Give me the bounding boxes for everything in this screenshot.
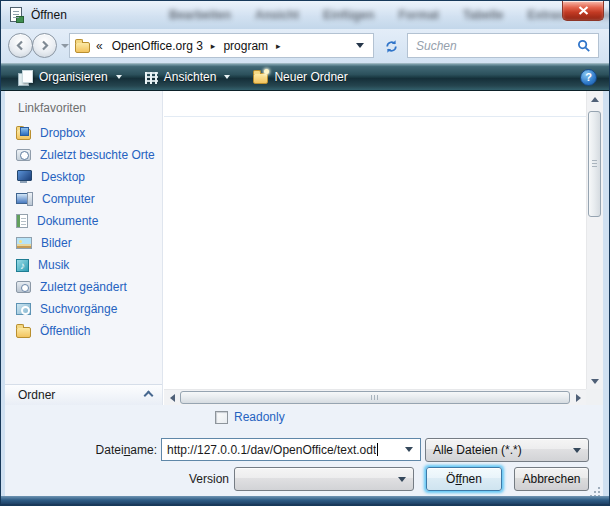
sidebar-item-label: Musik <box>38 258 69 272</box>
filetype-combobox[interactable]: Alle Dateien (*.*) <box>425 438 589 462</box>
sidebar-item-label: Computer <box>42 192 95 206</box>
scroll-up-icon <box>591 97 599 102</box>
scroll-down-icon <box>591 379 599 384</box>
refresh-button[interactable] <box>380 35 402 57</box>
searches-icon <box>16 303 31 315</box>
sidebar-item-label: Desktop <box>41 170 85 184</box>
file-rows <box>164 117 586 389</box>
readonly-checkbox[interactable] <box>215 411 228 424</box>
column-header-row <box>164 91 586 117</box>
toolbar-button-label: Organisieren <box>39 70 108 84</box>
computer-icon <box>16 192 33 206</box>
documents-icon <box>16 214 28 228</box>
horizontal-scrollbar[interactable] <box>164 389 586 405</box>
public-folder-icon <box>16 327 31 338</box>
dropbox-icon <box>16 129 31 140</box>
address-breadcrumb[interactable]: « OpenOffice.org 3▸program▸ <box>69 33 374 58</box>
sidebar-item[interactable]: Öffentlich <box>5 320 162 342</box>
background-menu-blur: BearbeitenAnsichtEinfügenFormatTabelleEx… <box>169 8 610 22</box>
recent-places-icon <box>16 149 31 161</box>
vertical-scrollbar[interactable] <box>586 91 603 389</box>
toolbar-items: Organisieren Ansichten Neuer Ordner <box>1 64 357 90</box>
folders-expander[interactable]: Ordner <box>5 384 162 405</box>
new-folder-icon <box>253 73 268 84</box>
sidebar-item[interactable]: Dokumente <box>5 210 162 232</box>
sidebar-item-label: Zuletzt geändert <box>40 280 127 294</box>
search-icon[interactable] <box>577 39 591 53</box>
sidebar-item[interactable]: Zuletzt besuchte Orte <box>5 144 162 166</box>
cancel-button[interactable]: Abbrechen <box>514 467 589 491</box>
search-box <box>407 33 599 58</box>
sidebar-item[interactable]: Computer <box>5 188 162 210</box>
sidebar-item-label: Bilder <box>41 236 72 250</box>
close-icon <box>578 6 589 15</box>
sidebar-item[interactable]: Dropbox <box>5 122 162 144</box>
history-dropdown-chevron-icon[interactable] <box>61 44 69 48</box>
help-icon: ? <box>585 71 592 83</box>
scroll-down-button[interactable] <box>587 373 603 389</box>
back-arrow-icon <box>15 40 26 51</box>
filename-dropdown-arrow-icon[interactable] <box>405 447 413 452</box>
organize-icon <box>18 70 33 85</box>
dialog-form-area: Readonly Dateiname: http://127.0.0.1/dav… <box>5 405 603 498</box>
version-dropdown-arrow-icon <box>398 477 406 482</box>
background-menu-item: Einfügen <box>323 8 374 22</box>
pictures-icon <box>16 237 32 249</box>
filename-value: http://127.0.0.1/dav/OpenOffice/text.odt <box>162 443 376 457</box>
breadcrumb-segment[interactable]: OpenOffice.org 3 <box>107 39 208 53</box>
toolbar-button-label: Ansichten <box>164 70 217 84</box>
music-icon <box>16 259 29 272</box>
background-menu-item: Ansicht <box>255 8 299 22</box>
open-button[interactable]: Öffnen <box>426 467 502 491</box>
favorites-sidebar: Linkfavoriten Dropbox Zuletzt besuchte O… <box>5 91 163 405</box>
sidebar-item[interactable]: Musik <box>5 254 162 276</box>
main-content: Linkfavoriten Dropbox Zuletzt besuchte O… <box>5 91 603 405</box>
navigation-bar: « OpenOffice.org 3▸program▸ <box>1 29 609 63</box>
sidebar-item[interactable]: Suchvorgänge <box>5 298 162 320</box>
back-button[interactable] <box>8 33 33 58</box>
sidebar-item[interactable]: Bilder <box>5 232 162 254</box>
scroll-up-button[interactable] <box>587 91 603 107</box>
background-menu-item: Bearbeiten <box>169 8 231 22</box>
sidebar-item-label: Dropbox <box>40 126 85 140</box>
chevron-up-icon <box>144 391 154 401</box>
toolbar-button[interactable]: Organisieren <box>9 66 131 88</box>
search-input[interactable] <box>408 39 577 53</box>
background-menu-item: Extras <box>528 8 565 22</box>
toolbar-button[interactable]: Neuer Ordner <box>244 66 356 88</box>
forward-button[interactable] <box>32 33 57 58</box>
breadcrumb-segment[interactable]: program <box>218 39 273 53</box>
sidebar-items: Dropbox Zuletzt besuchte Orte Desktop Co… <box>5 122 162 342</box>
text-cursor <box>377 443 378 456</box>
breadcrumb-overflow-chevron[interactable]: « <box>96 39 103 53</box>
folders-expander-label: Ordner <box>18 388 55 402</box>
sidebar-item[interactable]: Zuletzt geändert <box>5 276 162 298</box>
close-button[interactable] <box>562 1 604 21</box>
horizontal-scrollbar-thumb[interactable] <box>180 391 570 404</box>
filename-input[interactable]: http://127.0.0.1/dav/OpenOffice/text.odt <box>161 438 421 461</box>
toolbar-button[interactable]: Ansichten <box>136 66 240 88</box>
breadcrumb-folder-icon <box>75 42 90 53</box>
scroll-right-icon <box>576 394 581 402</box>
version-combobox[interactable] <box>234 467 414 491</box>
desktop-icon <box>16 170 32 184</box>
breadcrumb-segments: OpenOffice.org 3▸program▸ <box>107 39 284 53</box>
sidebar-item-label: Öffentlich <box>40 324 90 338</box>
titlebar: BearbeitenAnsichtEinfügenFormatTabelleEx… <box>1 1 609 29</box>
sidebar-item[interactable]: Desktop <box>5 166 162 188</box>
command-toolbar: Organisieren Ansichten Neuer Ordner ? <box>1 63 609 91</box>
help-button[interactable]: ? <box>580 69 597 86</box>
address-dropdown-arrow-icon[interactable] <box>356 43 364 48</box>
dialog-title: Öffnen <box>31 8 67 22</box>
dropdown-arrow-icon <box>116 75 122 79</box>
background-menu-item: Tabelle <box>463 8 503 22</box>
background-menu-item: Format <box>398 8 439 22</box>
scroll-left-icon <box>170 394 175 402</box>
scroll-left-button[interactable] <box>164 390 180 405</box>
sidebar-item-label: Suchvorgänge <box>40 302 117 316</box>
sidebar-header: Linkfavoriten <box>5 91 162 115</box>
vertical-scrollbar-thumb[interactable] <box>588 111 601 217</box>
readonly-label: Readonly <box>234 410 285 424</box>
version-label: Version <box>5 472 229 486</box>
scroll-right-button[interactable] <box>570 390 586 405</box>
